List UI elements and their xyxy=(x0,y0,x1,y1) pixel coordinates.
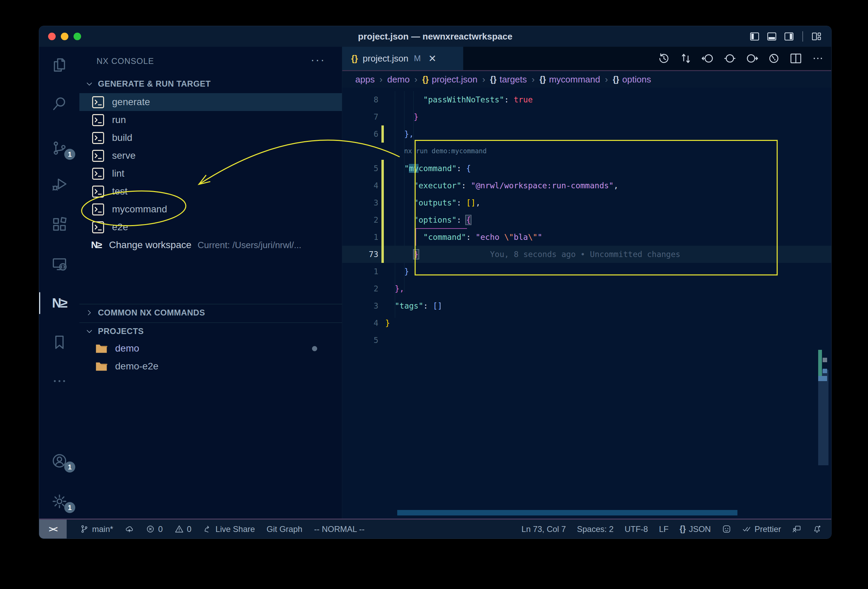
status-github[interactable] xyxy=(722,524,731,534)
code-line[interactable]: 3 "outputs": [], xyxy=(342,194,831,211)
breadcrumb-item-targets[interactable]: {}targets xyxy=(490,74,527,85)
status-indentation[interactable]: Spaces: 2 xyxy=(577,524,614,534)
code-line[interactable]: 5 xyxy=(342,332,831,349)
status-problems-warnings[interactable]: 0 xyxy=(174,524,191,534)
section-projects[interactable]: PROJECTS xyxy=(80,322,342,340)
tab-project-json[interactable]: {} project.json M ✕ xyxy=(342,47,463,70)
activity-item-extensions[interactable] xyxy=(39,215,80,234)
project-item-demo-e2e[interactable]: demo-e2e xyxy=(80,357,342,375)
code-line[interactable]: 4 "executor": "@nrwl/workspace:run-comma… xyxy=(342,177,831,194)
status-encoding[interactable]: UTF-8 xyxy=(625,524,648,534)
code-line[interactable]: 3 "tags": [] xyxy=(342,297,831,314)
change-workspace-item[interactable]: N≥ Change workspace Current: /Users/juri… xyxy=(80,236,342,254)
line-number: 8 xyxy=(342,91,378,108)
target-item-run[interactable]: run xyxy=(80,111,342,129)
breadcrumb-item-options[interactable]: {}options xyxy=(613,74,651,85)
status-notifications[interactable] xyxy=(812,524,822,534)
target-item-e2e[interactable]: e2e xyxy=(80,218,342,236)
status-feedback[interactable] xyxy=(792,524,802,534)
section-label: GENERATE & RUN TARGET xyxy=(98,79,211,89)
gutter-modified-indicator xyxy=(381,177,384,194)
code-editor[interactable]: 8 "passWithNoTests": true7 }6 },nx run d… xyxy=(342,88,831,518)
activity-item-accounts[interactable]: 1 xyxy=(39,451,80,471)
status-git-branch[interactable]: main* xyxy=(80,524,113,534)
titlebar: project.json — newnxreactwrkspace xyxy=(39,26,831,47)
code-line[interactable]: 2 }, xyxy=(342,280,831,297)
horizontal-scrollbar[interactable] xyxy=(397,510,737,515)
code-line[interactable]: 8 "passWithNoTests": true xyxy=(342,91,831,108)
code-line[interactable]: 4} xyxy=(342,314,831,332)
next-change-icon[interactable] xyxy=(745,52,759,65)
breadcrumb-separator: › xyxy=(415,74,418,85)
code-line[interactable]: 7 } xyxy=(342,108,831,125)
status-vim-mode[interactable]: -- NORMAL -- xyxy=(314,524,365,534)
zoom-window-button[interactable] xyxy=(74,32,81,40)
activity-item-settings[interactable]: 1 xyxy=(39,492,80,511)
file-history-icon[interactable] xyxy=(767,52,780,65)
codelens-run-command[interactable]: nx run demo:mycommand xyxy=(404,143,487,159)
status-eol-sequence[interactable]: LF xyxy=(659,524,669,534)
status-problems-errors[interactable]: 0 xyxy=(146,524,162,534)
breadcrumb-item-demo[interactable]: demo xyxy=(387,74,410,85)
status-cursor-position[interactable]: Ln 73, Col 7 xyxy=(522,524,566,534)
sidebar-more-actions-icon[interactable]: ··· xyxy=(311,53,325,66)
target-item-mycommand[interactable]: mycommand xyxy=(80,200,342,218)
activity-item-bookmarks[interactable] xyxy=(39,333,80,352)
close-tab-icon[interactable]: ✕ xyxy=(428,53,436,64)
split-editor-icon[interactable] xyxy=(789,52,802,65)
activity-item-more-views[interactable] xyxy=(39,372,80,391)
target-item-generate[interactable]: generate xyxy=(80,93,342,111)
code-line[interactable]: 2 "options": { xyxy=(342,211,831,229)
overview-ruler-mark xyxy=(823,358,827,362)
target-item-build[interactable]: build xyxy=(80,129,342,147)
close-window-button[interactable] xyxy=(48,32,56,40)
activity-item-nx-console[interactable]: N≥ xyxy=(39,294,80,313)
activity-item-source-control[interactable]: 1 xyxy=(39,139,80,158)
toggle-secondary-sidebar-icon[interactable] xyxy=(783,31,795,41)
timeline-history-icon[interactable] xyxy=(657,52,670,65)
breadcrumb-item-project.json[interactable]: {}project.json xyxy=(422,74,478,85)
terminal-icon xyxy=(92,203,105,216)
minimize-window-button[interactable] xyxy=(61,32,68,40)
status-sync-changes[interactable] xyxy=(125,524,134,534)
activity-item-search[interactable] xyxy=(39,94,80,114)
status-label: -- NORMAL -- xyxy=(314,524,365,534)
code-line[interactable]: 1 } xyxy=(342,263,831,280)
activity-item-run-and-debug[interactable] xyxy=(39,175,80,194)
status-label: 0 xyxy=(158,524,162,534)
toggle-primary-sidebar-icon[interactable] xyxy=(749,31,760,41)
previous-change-icon[interactable] xyxy=(701,52,714,65)
bracket-pair-guide xyxy=(415,228,467,229)
project-item-demo[interactable]: demo xyxy=(80,340,342,357)
target-item-lint[interactable]: lint xyxy=(80,165,342,183)
breadcrumb-item-apps[interactable]: apps xyxy=(355,74,375,85)
chevron-right-icon xyxy=(85,308,94,317)
overview-ruler-mark xyxy=(818,376,827,381)
code-line[interactable]: 6 }, xyxy=(342,125,831,143)
codelens-line[interactable]: nx run demo:mycommand xyxy=(342,143,831,160)
activity-item-explorer[interactable] xyxy=(39,55,80,75)
code-line[interactable]: 73 }You, 8 seconds ago • Uncommitted cha… xyxy=(342,246,831,263)
more-actions-icon[interactable] xyxy=(811,52,824,65)
vertical-scrollbar[interactable] xyxy=(818,370,828,465)
toggle-panel-icon[interactable] xyxy=(766,31,778,41)
status-git-graph[interactable]: Git Graph xyxy=(267,524,303,534)
breadcrumb-item-mycommand[interactable]: {}mycommand xyxy=(539,74,600,85)
status-language-mode[interactable]: {}JSON xyxy=(680,524,711,534)
target-item-serve[interactable]: serve xyxy=(80,147,342,165)
status-remote-indicator[interactable]: >< xyxy=(39,520,66,539)
status-live-share[interactable]: Live Share xyxy=(203,524,255,534)
open-revision-icon[interactable] xyxy=(723,52,737,65)
overview-ruler-mark xyxy=(823,369,827,373)
target-item-test[interactable]: test xyxy=(80,183,342,200)
badge: 1 xyxy=(64,502,75,513)
section-common-nx-commands[interactable]: COMMON NX COMMANDS xyxy=(80,304,342,321)
code-text: } xyxy=(385,314,390,332)
customize-layout-icon[interactable] xyxy=(810,31,822,41)
code-line[interactable]: 5 "mycommand": { xyxy=(342,160,831,177)
status-formatter-prettier[interactable]: Prettier xyxy=(742,524,781,534)
open-changes-icon[interactable] xyxy=(679,52,692,65)
modified-dot xyxy=(312,346,317,351)
activity-item-remote-explorer[interactable] xyxy=(39,255,80,274)
section-generate-run-target[interactable]: GENERATE & RUN TARGET xyxy=(80,76,342,92)
